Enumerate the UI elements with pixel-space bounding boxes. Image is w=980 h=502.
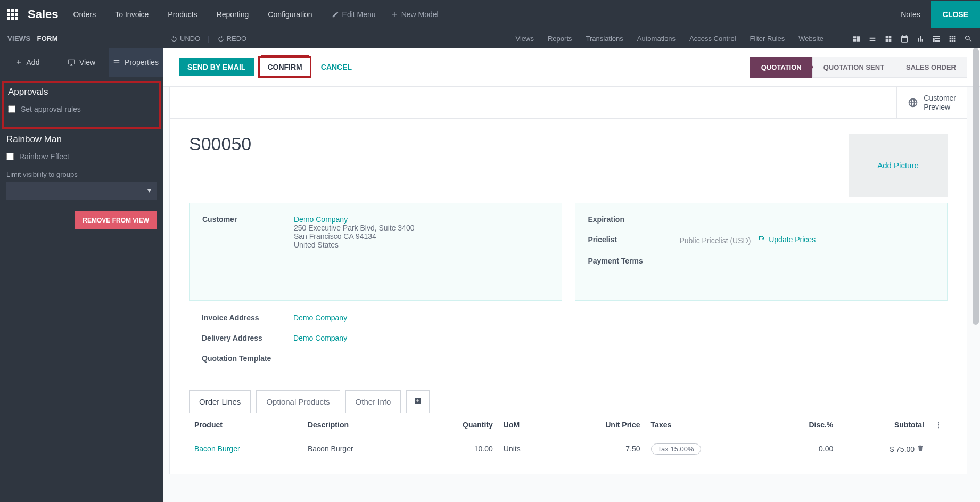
sidebar-tab-view[interactable]: View: [54, 48, 109, 77]
customer-addr3: United States: [294, 241, 414, 249]
new-model-label: New Model: [401, 10, 439, 19]
subbar-views[interactable]: Views: [516, 35, 534, 43]
th-subtotal[interactable]: Subtotal: [838, 413, 929, 437]
scrollbar-thumb[interactable]: [973, 48, 979, 325]
form-label[interactable]: FORM: [37, 35, 57, 43]
menu-reporting[interactable]: Reporting: [217, 10, 249, 19]
rainbow-effect-input[interactable]: [6, 153, 14, 160]
cancel-button[interactable]: CANCEL: [316, 58, 357, 76]
tab-add[interactable]: [406, 390, 430, 413]
view-form-icon[interactable]: [852, 35, 861, 43]
customer-addr1: 250 Executive Park Blvd, Suite 3400: [294, 224, 414, 232]
view-graph-icon[interactable]: [916, 35, 925, 43]
sidebar-tab-add[interactable]: Add: [0, 48, 54, 77]
th-disc[interactable]: Disc.%: [768, 413, 838, 437]
view-grid-icon[interactable]: [948, 35, 957, 43]
cell-tax[interactable]: Tax 15.00%: [651, 443, 701, 455]
plus-icon: [391, 11, 398, 18]
th-unit-price[interactable]: Unit Price: [554, 413, 645, 437]
approval-rules-label: Set approval rules: [21, 105, 81, 113]
limit-visibility-select[interactable]: [6, 182, 157, 200]
delete-row-icon[interactable]: [917, 445, 924, 454]
cell-uom[interactable]: Units: [498, 437, 554, 461]
form-sheet: CustomerPreview S00050 Add Picture Custo…: [169, 87, 967, 474]
undo-button[interactable]: UNDO: [170, 35, 200, 43]
menu-orders[interactable]: Orders: [73, 10, 96, 19]
tab-optional-products[interactable]: Optional Products: [256, 390, 340, 413]
subbar-filter-rules[interactable]: Filter Rules: [750, 35, 785, 43]
tab-other-info[interactable]: Other Info: [345, 390, 401, 413]
order-lines-table: Product Description Quantity UoM Unit Pr…: [189, 413, 948, 461]
notes-link[interactable]: Notes: [901, 10, 920, 19]
apps-grid-icon[interactable]: [7, 9, 18, 20]
status-sales-order[interactable]: SALES ORDER: [895, 57, 967, 78]
customer-link[interactable]: Demo Company: [294, 215, 348, 224]
cell-qty[interactable]: 10.00: [416, 437, 498, 461]
menu-to-invoice[interactable]: To Invoice: [115, 10, 149, 19]
cell-disc[interactable]: 0.00: [768, 437, 838, 461]
order-number: S00050: [189, 134, 251, 154]
quotation-template-label: Quotation Template: [202, 354, 293, 363]
new-model-link[interactable]: New Model: [391, 10, 439, 19]
customer-panel: Customer Demo Company 250 Executive Park…: [189, 203, 562, 301]
confirm-button[interactable]: CONFIRM: [258, 56, 311, 78]
approvals-highlight: Approvals Set approval rules: [2, 81, 161, 129]
view-pivot-icon[interactable]: [932, 35, 941, 43]
payment-terms-label: Payment Terms: [588, 257, 680, 265]
th-uom[interactable]: UoM: [498, 413, 554, 437]
sidebar-tab-properties-label: Properties: [125, 58, 159, 67]
subbar-website[interactable]: Website: [798, 35, 823, 43]
pricelist-value[interactable]: Public Pricelist (USD): [680, 236, 751, 245]
table-row[interactable]: Bacon Burger Bacon Burger 10.00 Units 7.…: [189, 437, 948, 461]
th-more[interactable]: ⋮: [929, 413, 948, 437]
scrollbar[interactable]: [971, 48, 980, 502]
plus-icon: [15, 59, 22, 66]
studio-sidebar: Add View Properties Approvals Set approv…: [0, 48, 163, 502]
close-button[interactable]: CLOSE: [931, 1, 980, 28]
menu-products[interactable]: Products: [168, 10, 197, 19]
send-by-email-button[interactable]: SEND BY EMAIL: [179, 58, 254, 76]
redo-label: REDO: [227, 35, 247, 43]
delivery-address-link[interactable]: Demo Company: [293, 334, 347, 342]
view-list-icon[interactable]: [868, 35, 877, 43]
cell-description[interactable]: Bacon Burger: [302, 437, 416, 461]
top-menu-bar: Sales Orders To Invoice Products Reporti…: [0, 0, 980, 29]
approval-rules-input[interactable]: [8, 105, 15, 113]
th-quantity[interactable]: Quantity: [416, 413, 498, 437]
approval-rules-checkbox[interactable]: Set approval rules: [8, 105, 155, 113]
subbar-translations[interactable]: Translations: [586, 35, 623, 43]
subbar-reports[interactable]: Reports: [548, 35, 572, 43]
redo-button[interactable]: REDO: [217, 35, 247, 43]
cell-subtotal: $ 75.00: [890, 445, 915, 454]
cell-price[interactable]: 7.50: [554, 437, 645, 461]
edit-menu-link[interactable]: Edit Menu: [332, 10, 376, 19]
expiration-label: Expiration: [588, 215, 680, 224]
views-label: VIEWS: [7, 35, 30, 43]
cell-product[interactable]: Bacon Burger: [194, 445, 240, 453]
add-picture-button[interactable]: Add Picture: [849, 134, 948, 197]
invoice-address-link[interactable]: Demo Company: [293, 314, 347, 322]
app-brand[interactable]: Sales: [28, 7, 59, 21]
view-kanban-icon[interactable]: [884, 35, 893, 43]
subbar-access-control[interactable]: Access Control: [689, 35, 736, 43]
delivery-address-label: Delivery Address: [202, 334, 293, 342]
subbar-automations[interactable]: Automations: [637, 35, 676, 43]
status-quotation[interactable]: QUOTATION: [750, 57, 813, 78]
sidebar-tab-properties[interactable]: Properties: [109, 48, 163, 77]
pencil-icon: [332, 11, 339, 18]
view-calendar-icon[interactable]: [900, 35, 909, 43]
tab-order-lines[interactable]: Order Lines: [189, 390, 251, 413]
th-product[interactable]: Product: [189, 413, 302, 437]
search-icon[interactable]: [964, 35, 973, 43]
update-prices-link[interactable]: Update Prices: [758, 235, 816, 244]
customer-preview-button[interactable]: CustomerPreview: [896, 87, 967, 118]
redo-icon: [217, 35, 225, 43]
th-taxes[interactable]: Taxes: [646, 413, 768, 437]
plus-square-icon: [414, 397, 422, 405]
th-description[interactable]: Description: [302, 413, 416, 437]
status-quotation-sent[interactable]: QUOTATION SENT: [812, 57, 895, 78]
remove-from-view-button[interactable]: REMOVE FROM VIEW: [75, 211, 157, 229]
invoice-address-label: Invoice Address: [202, 314, 293, 322]
menu-configuration[interactable]: Configuration: [268, 10, 312, 19]
rainbow-effect-checkbox[interactable]: Rainbow Effect: [6, 152, 157, 161]
